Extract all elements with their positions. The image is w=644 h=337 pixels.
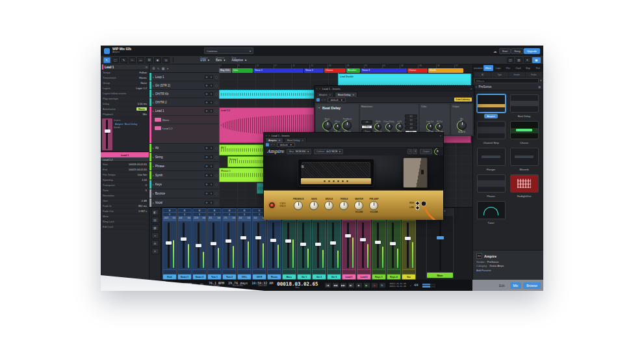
browser-tab[interactable]: Cloud <box>513 65 522 71</box>
channel-name-chip[interactable]: Gtr 2 <box>313 275 326 279</box>
fader-handle[interactable] <box>225 239 231 243</box>
toolbar-tool[interactable]: ✎ <box>120 57 127 63</box>
repeat-mode-button[interactable]: 1/2 <box>405 118 417 122</box>
preset-prev-icon[interactable]: ‹ <box>271 143 272 146</box>
insert-item[interactable]: Beat Delay <box>123 122 138 126</box>
plugin-tab[interactable]: Ampire × <box>316 92 334 97</box>
channel-solo-button[interactable]: S <box>223 213 236 216</box>
browser-tab[interactable]: Pool <box>534 65 543 71</box>
track-header[interactable]: ▸ Vocal M S <box>149 198 219 207</box>
breadcrumb[interactable]: ‹ PreSonus ▦ <box>473 84 543 90</box>
plugin-window-titlebar[interactable]: ‹ › Lead 1 - Inserts × <box>315 86 474 92</box>
inspector-row[interactable]: Layers Layer 1.2 <box>101 86 149 91</box>
browser-tab[interactable]: Effects <box>483 65 493 71</box>
track-record-icon[interactable] <box>215 165 218 168</box>
channel-name-chip[interactable]: Snare 1 <box>178 275 191 279</box>
browser-filter-button[interactable]: Folder <box>526 72 542 77</box>
track-mute-button[interactable]: M <box>205 155 209 159</box>
arrange-corner-icon[interactable]: ∿ <box>157 66 159 70</box>
fader-handle[interactable] <box>211 242 216 245</box>
effect-tile[interactable]: Channel Strip <box>476 121 506 145</box>
track-mute-button[interactable]: M <box>205 75 209 79</box>
knob[interactable] <box>396 124 403 130</box>
console-icon[interactable]: ▦ <box>151 224 159 231</box>
browser-tab[interactable]: Instruments <box>474 65 483 71</box>
track-mute-button[interactable]: M <box>205 201 209 204</box>
knob[interactable] <box>334 124 341 130</box>
section-marker[interactable]: Verse 2 <box>304 68 324 73</box>
effect-tile[interactable]: RedlightDist <box>509 174 539 198</box>
expand-caret-icon[interactable]: ▸ <box>153 165 154 168</box>
inspector-row[interactable]: Delay 0.00 ms <box>101 101 149 107</box>
track-record-icon[interactable] <box>215 101 218 104</box>
console-icon[interactable]: ▤ <box>151 217 159 223</box>
section-marker[interactable]: Chorus <box>407 68 428 73</box>
effect-tile[interactable]: Flanger <box>476 148 506 172</box>
track-mute-button[interactable]: M <box>205 146 209 150</box>
console-icon[interactable]: ≡ <box>151 248 159 254</box>
track-header[interactable]: ▸ OH/TR Kit M S <box>149 90 219 98</box>
ab-compare-button[interactable]: I <box>407 149 412 154</box>
event-inspector-row[interactable]: End 00019.04.02.65 <box>101 167 149 172</box>
console-icon[interactable]: + <box>151 232 159 239</box>
mixer-channel-strip[interactable]: M S -10.20.0 · Kick <box>162 208 177 280</box>
channel-name-chip[interactable]: Gtr 3 <box>328 275 341 279</box>
arrange-corner-icon[interactable]: ▦ <box>162 66 165 70</box>
automation-chip[interactable]: · <box>402 270 415 274</box>
inspector-row[interactable]: Play overlaps <box>101 96 149 101</box>
inspector-row[interactable]: Timestretch Elastic <box>101 75 149 81</box>
toolbar-icon[interactable]: ≡ <box>524 57 531 63</box>
channel-mute-button[interactable]: M <box>163 209 176 212</box>
titlebar-button[interactable]: Start <box>499 48 511 54</box>
track-solo-button[interactable]: S <box>209 201 213 204</box>
automation-chip[interactable]: · <box>223 270 236 274</box>
event-inspector-row[interactable]: Start 00018.03.02.65 <box>101 162 149 167</box>
automation-chip[interactable]: · <box>238 270 251 274</box>
channel-name-chip[interactable]: Vox <box>402 275 415 279</box>
track-header[interactable]: ▸ OH/TR 2 M S <box>149 98 219 107</box>
automation-chip[interactable]: · <box>372 270 385 274</box>
automation-chip[interactable]: · <box>342 270 355 274</box>
effect-tile[interactable]: Mixverb <box>509 148 539 172</box>
event-inspector-row[interactable]: Speedup 1.00 <box>101 178 149 183</box>
close-icon[interactable]: × <box>440 134 441 137</box>
amp-knob[interactable] <box>324 201 333 210</box>
track-mute-button[interactable]: M <box>205 109 209 113</box>
nav-forward-icon[interactable]: › <box>319 87 320 90</box>
cabinet-dropdown[interactable]: Cabinet 4x12 MCM ▾ <box>314 149 343 154</box>
channel-name-chip[interactable]: Keys 2 <box>387 275 400 279</box>
track-layer[interactable]: Mono <box>149 115 219 124</box>
automation-chip[interactable]: · <box>268 270 281 274</box>
cloud-icon[interactable]: ☁ <box>493 49 497 53</box>
view-dropdown[interactable]: Cameras ▾ <box>204 47 253 54</box>
track-header[interactable]: ▸ Gtr (STR 2) M S <box>149 81 219 90</box>
knob[interactable] <box>342 121 352 130</box>
channel-name-chip[interactable]: Snare 2 <box>193 275 206 279</box>
mixer-channel-strip[interactable]: M S -9.10.0 · Tom 1 <box>207 208 222 280</box>
automation-chip[interactable]: · <box>208 270 221 274</box>
view-toggle-button[interactable]: Mix <box>510 282 522 289</box>
channel-mute-button[interactable]: M <box>223 209 236 212</box>
fader-handle[interactable] <box>196 244 201 247</box>
track-solo-button[interactable]: S <box>209 183 213 186</box>
repeat-mode-button[interactable]: 1/8 <box>405 126 417 129</box>
ab-compare-button[interactable]: II <box>413 149 417 154</box>
expand-caret-icon[interactable]: ▸ <box>153 110 154 113</box>
channel-name-chip[interactable]: OH R <box>253 275 266 279</box>
preset-dropdown[interactable]: default ▾ <box>328 98 346 102</box>
event-inspector-row[interactable]: Normalize <box>101 193 149 198</box>
track-record-icon[interactable] <box>215 147 218 150</box>
loop-range-display[interactable]: 00021.01.01.00 00033.01.01.00 <box>390 283 406 288</box>
track-record-icon[interactable] <box>215 85 218 87</box>
channel-solo-button[interactable]: S <box>208 213 221 216</box>
inspector-row[interactable]: Layers follow events <box>101 91 149 96</box>
amp-knob[interactable] <box>294 201 303 210</box>
toolbar-tool[interactable]: ↖ <box>103 57 110 63</box>
toolbar-tool[interactable]: ✂ <box>129 57 136 63</box>
mixer-channel-strip[interactable]: M S -7.50.0 · Tom 2 <box>222 208 237 280</box>
track-solo-button[interactable]: S <box>209 174 213 177</box>
transport-button[interactable]: ◀◀ <box>332 282 339 288</box>
track-record-icon[interactable] <box>215 174 218 177</box>
track-mute-button[interactable]: M <box>205 192 209 195</box>
fader-handle[interactable] <box>166 241 172 245</box>
